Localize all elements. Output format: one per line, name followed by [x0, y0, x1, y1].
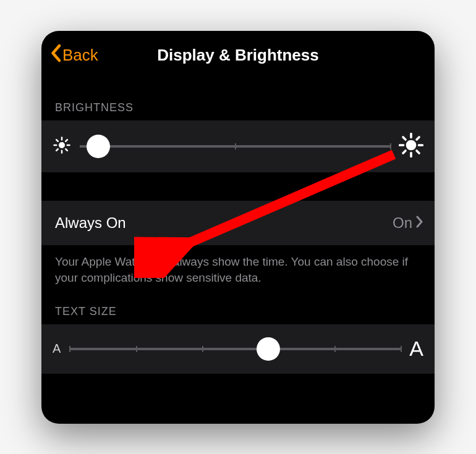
nav-bar: Back Display & Brightness — [41, 31, 435, 80]
always-on-row[interactable]: Always On On — [41, 201, 435, 245]
svg-line-6 — [66, 149, 67, 151]
text-size-large-icon: A — [409, 337, 423, 361]
always-on-value-text: On — [393, 214, 412, 232]
chevron-left-icon — [50, 44, 61, 67]
text-size-section-label: TEXT SIZE — [41, 289, 435, 324]
page-title: Display & Brightness — [41, 46, 435, 65]
text-size-slider[interactable] — [69, 337, 401, 361]
svg-point-0 — [59, 142, 65, 148]
svg-point-9 — [406, 140, 417, 150]
svg-line-8 — [66, 140, 67, 141]
settings-screen: Back Display & Brightness BRIGHTNESS Alw… — [41, 31, 435, 424]
always-on-value: On — [393, 214, 423, 232]
text-size-small-icon: A — [53, 342, 61, 356]
back-label: Back — [62, 46, 98, 65]
svg-line-14 — [403, 137, 406, 140]
chevron-right-icon — [416, 214, 423, 232]
brightness-section-label: BRIGHTNESS — [41, 80, 435, 120]
always-on-footer: Your Apple Watch can always show the tim… — [41, 245, 435, 289]
brightness-slider-row — [41, 120, 435, 172]
svg-line-5 — [56, 140, 58, 141]
back-button[interactable]: Back — [50, 44, 98, 67]
svg-line-16 — [403, 151, 406, 153]
spacer — [41, 172, 435, 201]
brightness-slider[interactable] — [80, 134, 390, 159]
brightness-low-icon — [53, 136, 71, 157]
svg-line-17 — [417, 137, 419, 140]
always-on-label: Always On — [55, 214, 126, 232]
svg-line-15 — [417, 151, 419, 153]
svg-line-7 — [56, 149, 58, 151]
text-size-slider-row: A A — [41, 324, 435, 374]
brightness-high-icon — [399, 133, 423, 160]
